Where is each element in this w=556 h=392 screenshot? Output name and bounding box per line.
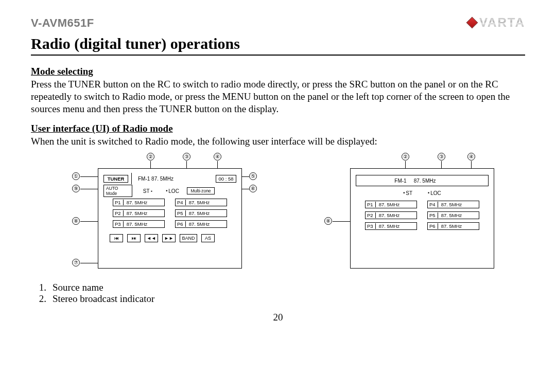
preset-p2: P287. 5MHz bbox=[113, 209, 165, 217]
preset-p4: P487. 5MHz bbox=[175, 199, 227, 206]
legend-1-text: Source name bbox=[53, 282, 103, 293]
stereo-indicator: ST ▪ bbox=[137, 188, 158, 194]
preset-b-p3: P387. 5MHz bbox=[365, 222, 417, 230]
legend-2-num: 2. bbox=[36, 293, 46, 305]
tuner-label: TUNER bbox=[103, 175, 128, 183]
prev-track-icon: ⏮ bbox=[110, 234, 123, 242]
paragraph-ui-intro: When the unit is switched to Radio mode,… bbox=[31, 135, 525, 148]
preset-b-p4: P487. 5MHz bbox=[427, 201, 479, 208]
paragraph-mode-selecting: Press the TUNER button on the RC to swit… bbox=[31, 78, 525, 115]
current-band-freq: FM-1 87. 5MHz bbox=[135, 176, 214, 182]
loc-indicator-b: LOC bbox=[428, 190, 441, 196]
callout-6: ⑥ bbox=[249, 185, 257, 192]
callout-4b: ④ bbox=[467, 153, 475, 161]
top-info-bar: FM-1 87. 5MHz bbox=[356, 175, 489, 186]
freq-label: 87. 5MHz bbox=[414, 178, 436, 184]
page-number: 20 bbox=[31, 312, 525, 323]
loc-indicator: LOC bbox=[163, 188, 182, 194]
legend-list: 1.Source name 2.Stereo broadcast indicat… bbox=[36, 282, 525, 305]
section-heading-mode: Mode selecting bbox=[31, 66, 525, 77]
callout-2b: ② bbox=[402, 153, 409, 161]
callout-2: ② bbox=[147, 153, 154, 161]
callout-7: ⑦ bbox=[72, 259, 80, 266]
next-track-icon: ⏭ bbox=[127, 234, 141, 242]
callout-3: ③ bbox=[183, 153, 190, 161]
legend-1-num: 1. bbox=[36, 282, 46, 293]
brand-logo: VARTA bbox=[468, 15, 525, 30]
preset-p3: P387. 5MHz bbox=[113, 220, 165, 228]
band-button: BAND bbox=[180, 234, 197, 242]
preset-grid-b: P187. 5MHz P487. 5MHz P287. 5MHz P587. 5… bbox=[365, 201, 479, 230]
preset-grid: P187. 5MHz P487. 5MHz P287. 5MHz P587. 5… bbox=[113, 199, 227, 228]
preset-b-p6: P687. 5MHz bbox=[427, 222, 479, 230]
diagram-right: ② ③ ④ ⑧ FM-1 87. 5MHz ST L bbox=[324, 153, 499, 272]
callout-8b: ⑧ bbox=[324, 217, 332, 225]
page-title: Radio (digital tuner) operations bbox=[31, 35, 525, 52]
clock: 00 : 58 bbox=[216, 175, 236, 183]
auto-mode: AUTO Mode bbox=[103, 185, 132, 197]
section-heading-ui: User interface (UI) of Radio mode bbox=[31, 123, 525, 134]
model-number: V-AVM651F bbox=[31, 16, 94, 30]
diagram-left: ② ③ ④ ① ⑨ ⑧ ⑦ ⑤ ⑥ TUNER F bbox=[72, 153, 268, 272]
brand-name: VARTA bbox=[479, 15, 525, 30]
preset-p1: P187. 5MHz bbox=[113, 199, 165, 206]
radio-screen-simple: FM-1 87. 5MHz ST LOC P187. 5MHz P487. 5M… bbox=[350, 168, 494, 269]
legend-2-text: Stereo broadcast indicator bbox=[53, 293, 154, 305]
callout-8: ⑧ bbox=[72, 217, 80, 225]
preset-b-p1: P187. 5MHz bbox=[365, 201, 417, 208]
fast-forward-icon: ►► bbox=[162, 234, 176, 242]
callout-9: ⑨ bbox=[72, 185, 80, 192]
callout-5: ⑤ bbox=[249, 172, 257, 180]
title-rule bbox=[31, 55, 525, 56]
preset-b-p5: P587. 5MHz bbox=[427, 211, 479, 219]
stereo-indicator-b: ST bbox=[403, 190, 412, 196]
as-button: AS bbox=[201, 234, 215, 242]
callout-4: ④ bbox=[214, 153, 221, 161]
band-label: FM-1 bbox=[394, 178, 406, 184]
preset-p6: P687. 5MHz bbox=[175, 220, 227, 228]
callout-1: ① bbox=[72, 172, 80, 180]
control-buttons: ⏮ ⏭ ◄◄ ►► BAND AS bbox=[103, 234, 236, 242]
rewind-icon: ◄◄ bbox=[145, 234, 158, 242]
preset-p5: P587. 5MHz bbox=[175, 209, 227, 217]
logo-diamond-icon bbox=[466, 17, 478, 29]
preset-b-p2: P287. 5MHz bbox=[365, 211, 417, 219]
callout-3b: ③ bbox=[438, 153, 445, 161]
multizone: Multi-zone bbox=[187, 187, 215, 194]
radio-screen-full: TUNER FM-1 87. 5MHz 00 : 58 AUTO Mode ST… bbox=[98, 168, 242, 269]
